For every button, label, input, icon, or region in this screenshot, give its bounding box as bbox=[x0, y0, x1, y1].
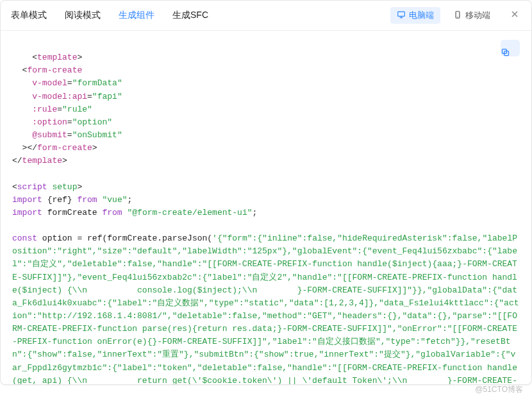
copy-button[interactable] bbox=[501, 40, 520, 56]
device-switch: 电脑端 移动端 bbox=[390, 7, 521, 24]
close-icon bbox=[510, 9, 520, 22]
tab-list: 表单模式 阅读模式 生成组件 生成SFC bbox=[11, 7, 390, 24]
svg-rect-0 bbox=[398, 12, 405, 16]
device-mobile-label: 移动端 bbox=[465, 10, 490, 21]
tab-form-mode[interactable]: 表单模式 bbox=[11, 7, 47, 24]
code-view[interactable]: <template> <form-create v-model="formDat… bbox=[1, 31, 531, 384]
copy-icon bbox=[501, 31, 520, 74]
tab-read-mode[interactable]: 阅读模式 bbox=[65, 7, 101, 24]
tab-gen-component[interactable]: 生成组件 bbox=[119, 7, 154, 24]
device-desktop-label: 电脑端 bbox=[409, 10, 434, 21]
modal-header: 表单模式 阅读模式 生成组件 生成SFC 电脑端 移动端 bbox=[1, 1, 531, 31]
watermark: @51CTO博客 bbox=[475, 384, 523, 395]
device-mobile-button[interactable]: 移动端 bbox=[447, 7, 497, 24]
tag-template-open: template bbox=[37, 53, 77, 62]
tab-gen-sfc[interactable]: 生成SFC bbox=[172, 7, 208, 24]
modal-container: 表单模式 阅读模式 生成组件 生成SFC 电脑端 移动端 bbox=[0, 0, 532, 385]
desktop-icon bbox=[397, 10, 406, 21]
device-desktop-button[interactable]: 电脑端 bbox=[390, 7, 440, 24]
tag-form-create: form-create bbox=[27, 65, 82, 75]
json-body: '{"form":{"inline":false,"hideRequiredAs… bbox=[12, 233, 519, 384]
mobile-icon bbox=[453, 10, 462, 21]
close-button[interactable] bbox=[508, 9, 521, 22]
